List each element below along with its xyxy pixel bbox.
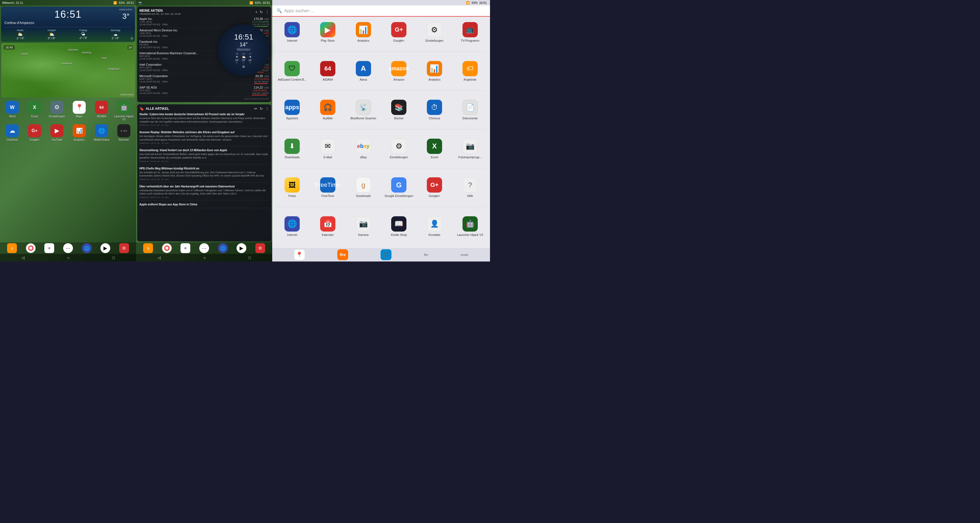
- news-article-1[interactable]: Session Replay: Beliebte Websites zeichn…: [139, 131, 269, 146]
- stocks-actions: + ↻ ⋮: [255, 10, 269, 14]
- grid-app-kalender[interactable]: 📅 Kalender: [310, 213, 346, 246]
- weather-temp: 3°: [122, 12, 130, 21]
- nav-recents-m[interactable]: □: [248, 255, 251, 260]
- grid-app-bucher[interactable]: 📚 Bücher: [381, 96, 417, 129]
- nav-home-m[interactable]: ○: [204, 255, 205, 260]
- dock-circle[interactable]: ⭕: [26, 243, 36, 253]
- app-wetteronline[interactable]: 🌐 WetterOnline: [92, 124, 111, 141]
- grid-app-internet-2[interactable]: 🌐 Internet: [274, 213, 310, 246]
- grid-app-audible[interactable]: 🎧 Audible: [310, 96, 346, 129]
- grid-app-dokumente[interactable]: 📄 Dokumente: [452, 96, 488, 129]
- city-label-salzburg: Salzburg: [81, 51, 91, 54]
- grid-app-fotos[interactable]: 🖼 Fotos: [274, 174, 310, 207]
- app-aida64[interactable]: 64 AIDA64: [92, 101, 111, 121]
- dock-m-play[interactable]: ▶: [237, 243, 247, 253]
- grid-app-tvprogramm[interactable]: 📺 TV-Programm: [452, 19, 488, 51]
- grid-app-adguard[interactable]: 🛡 AdGuard Content B...: [274, 58, 310, 91]
- grid-app-goodreads[interactable]: g Goodreads: [345, 174, 381, 207]
- grid-app-aida64[interactable]: 64 AIDA64: [310, 58, 346, 91]
- grid-app-fotoimport[interactable]: 📷 Fotoimportprogr...: [452, 136, 488, 168]
- grid-app-launcher-v3[interactable]: 🤖 Launcher Hijack V3: [452, 213, 488, 246]
- news-article-2[interactable]: Steuerzahlung: Irland fordert run doch 1…: [139, 148, 269, 164]
- dock-amazon[interactable]: a: [7, 243, 17, 253]
- nav-home[interactable]: ○: [67, 255, 69, 260]
- grid-app-kamera[interactable]: 📷 Kamera: [345, 213, 381, 246]
- bottom-dock-left: a ⭕ e ⋯ 🌐 ▶ O ◁ ○ □: [0, 242, 136, 262]
- nav-back-m[interactable]: ◁: [158, 255, 161, 260]
- grid-app-ebay[interactable]: ebay eBay: [345, 136, 381, 168]
- dock-m-browser[interactable]: 🌐: [218, 243, 228, 253]
- news-article-3[interactable]: HPE-Chefin Meg Whitman kündigt Rücktritt…: [139, 167, 269, 182]
- grid-app-analytics-1[interactable]: 📊 Analytics: [345, 19, 381, 51]
- bottom-music[interactable]: 🎵: [380, 249, 391, 260]
- dock-m-circle[interactable]: ⭕: [162, 243, 172, 253]
- grid-app-appstore[interactable]: apps Appstore: [274, 96, 310, 129]
- dock-m-ebay[interactable]: e: [180, 243, 190, 253]
- app-excel[interactable]: X Excel: [25, 101, 45, 121]
- news-article-0[interactable]: Studie: Cybercrime kostet deutsche Unter…: [139, 113, 269, 128]
- grid-app-googleplus-2[interactable]: G+ Google+: [417, 174, 452, 207]
- dock-m-amazon[interactable]: a: [143, 243, 153, 253]
- grid-app-einstellungen-2[interactable]: ⚙ Einstellungen: [381, 136, 417, 168]
- app-rechner[interactable]: +-×÷ Rechner: [114, 124, 134, 141]
- grid-app-freetime[interactable]: FreeTime FreeTime: [310, 174, 346, 207]
- grid-app-blueborne[interactable]: 📡 BlueBorne Scanner: [345, 96, 381, 129]
- grid-app-analytics-2[interactable]: 📊 Analytics: [417, 58, 452, 91]
- dock-browser[interactable]: 🌐: [82, 243, 92, 253]
- grid-app-playstore[interactable]: ▶ Play Store: [310, 19, 346, 51]
- search-placeholder[interactable]: Apps suchen ...: [284, 8, 314, 13]
- settings-icon[interactable]: ⚙: [130, 37, 134, 40]
- grid-app-googleplus-1[interactable]: G+ Google+: [381, 19, 417, 51]
- app-googleplus[interactable]: G+ Google+: [25, 124, 45, 141]
- news-menu-icon[interactable]: ⋮: [265, 107, 269, 111]
- dock-ebay[interactable]: e: [45, 243, 54, 253]
- bottom-fire[interactable]: fire: [337, 249, 348, 260]
- dock-m-apps[interactable]: ⋯: [199, 243, 209, 253]
- weather-days: Heute ⛅ -1° / 6° morgen ⛅ 0° / 8° Freita…: [4, 27, 132, 40]
- grid-app-downloads[interactable]: ⬇ Downloads: [274, 136, 310, 168]
- grid-app-internet[interactable]: 🌐 Internet: [274, 19, 310, 51]
- search-bar[interactable]: 🔍 Apps suchen ...: [277, 8, 486, 13]
- grid-app-kindle[interactable]: 📖 Kindle Shop: [381, 213, 417, 246]
- dock-play[interactable]: ▶: [100, 243, 110, 253]
- dock-m-office[interactable]: O: [255, 243, 265, 253]
- clock-time: 16:51: [234, 33, 253, 41]
- grid-app-hilfe[interactable]: ? Hilfe: [452, 174, 488, 207]
- city-label-zurich: Zürich: [21, 53, 28, 55]
- dock-office[interactable]: O: [119, 243, 129, 253]
- grid-app-email[interactable]: ✉ E-Mail: [310, 136, 346, 168]
- wifi-icon-r: 📶: [466, 1, 470, 5]
- app-onedrive[interactable]: ☁ OneDrive: [2, 124, 22, 141]
- app-einstellungen[interactable]: ⚙ Einstellungen: [47, 101, 67, 121]
- grid-app-amazon[interactable]: amazon Amazon: [381, 58, 417, 91]
- grid-app-excel[interactable]: X Excel: [417, 136, 452, 168]
- city-label-innsbruck: Innsbruck: [61, 62, 72, 65]
- weather-day-0: Heute ⛅ -1° / 6°: [16, 29, 24, 40]
- stocks-menu-icon[interactable]: ⋮: [265, 10, 269, 14]
- bottom-maps[interactable]: 📍: [294, 249, 305, 260]
- grid-app-einstellungen-1[interactable]: ⚙ Einstellungen: [417, 19, 452, 51]
- grid-app-alexa[interactable]: A Alexa: [345, 58, 381, 91]
- map-zoom: 14: [127, 45, 133, 49]
- app-word[interactable]: W Word: [2, 101, 22, 121]
- grid-app-google-einstellungen[interactable]: G Google Einstellungen: [381, 174, 417, 207]
- stocks-add-icon[interactable]: +: [255, 10, 258, 14]
- news-widget: 🔖 ALLE ARTIKEL ✏ ↻ ⋮ Studie: Cybercrime …: [137, 104, 271, 241]
- nav-recents[interactable]: □: [113, 255, 115, 260]
- app-analytics[interactable]: 📊 Analytics: [69, 124, 89, 141]
- nav-back[interactable]: ◁: [22, 255, 24, 260]
- news-edit-icon[interactable]: ✏: [254, 107, 258, 111]
- news-refresh-icon[interactable]: ↻: [260, 107, 263, 111]
- app-launcher[interactable]: 🤖 Launcher Hijack V3: [114, 101, 134, 121]
- stock-sap[interactable]: SAP SE ADS SAP (IEX) 10:46 (GMT-05:00) ·…: [139, 85, 269, 96]
- app-youtube[interactable]: ▶ YouTube: [47, 124, 67, 141]
- stocks-refresh-icon[interactable]: ↻: [260, 10, 263, 14]
- grid-app-chronus[interactable]: ⏱ Chronus: [417, 96, 452, 129]
- grid-app-angebote[interactable]: 🏷 Angebote: [452, 58, 488, 91]
- news-article-4[interactable]: Über verheimlicht über ein Jahr Hackeran…: [139, 185, 269, 201]
- grid-app-kontakte[interactable]: 👤 Kontakte: [417, 213, 452, 246]
- map-widget[interactable]: 16:45 14 München Salzburg Innsbruck Graz…: [1, 43, 135, 97]
- dock-apps[interactable]: ⋯: [63, 243, 73, 253]
- app-maps[interactable]: 📍 Maps: [69, 101, 89, 121]
- news-article-5[interactable]: Apple entfernt Skype aus App Store in Ch…: [139, 203, 269, 208]
